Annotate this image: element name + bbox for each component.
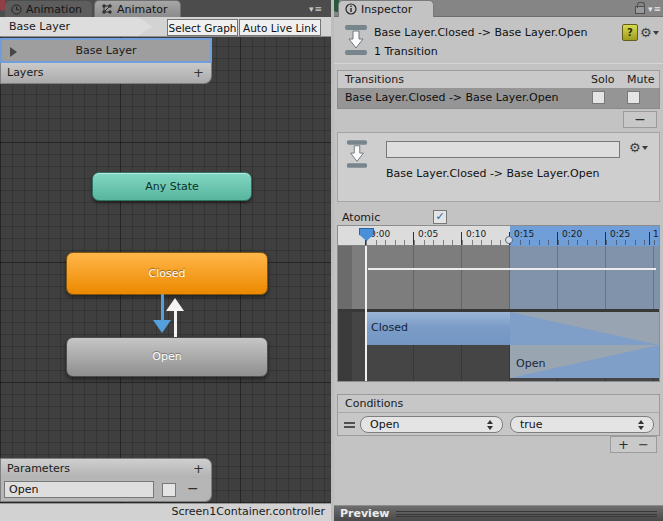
tick-label: 0:05 [418, 229, 438, 239]
mute-checkbox[interactable] [627, 91, 640, 104]
preview-bar[interactable]: Preview [334, 505, 663, 521]
transition-icon-small [346, 139, 368, 169]
tab-inspector-label: Inspector [361, 3, 412, 16]
tick-label: 0:15 [514, 229, 534, 239]
transition-list-row[interactable]: Base Layer.Closed -> Base Layer.Open [337, 88, 660, 109]
add-layer-button[interactable]: + [193, 63, 204, 82]
transition-row-label: Base Layer.Closed -> Base Layer.Open [345, 88, 558, 107]
transition-detail-label: Base Layer.Closed -> Base Layer.Open [386, 167, 599, 180]
major-tick [649, 232, 650, 245]
tab-inspector[interactable]: Inspector [338, 0, 434, 17]
tick-label: 1 [653, 229, 659, 239]
controller-status-bar: Screen1Container.controller [0, 503, 331, 521]
parameter-bool-checkbox[interactable] [162, 483, 176, 497]
tick-label: 0:25 [610, 229, 630, 239]
conditions-divider [338, 412, 659, 413]
closed-clip-label: Closed [371, 321, 408, 334]
layers-header: Layers + [0, 63, 212, 84]
layer-item-base-layer[interactable]: Base Layer [0, 38, 212, 63]
condition-parameter-dropdown[interactable]: Open [360, 416, 503, 433]
open-clip-label: Open [516, 357, 545, 370]
inspector-panel: Inspector ▾≡ Base Layer.Closed -> Base L… [334, 0, 663, 521]
timeline-ruler[interactable]: 0:00 0:05 0:10 0:15 0:20 0:25 1 [338, 226, 659, 246]
layer-item-label: Base Layer [2, 40, 210, 61]
select-graph-button[interactable]: Select Graph [167, 19, 238, 36]
auto-live-link-button[interactable]: Auto Live Link [239, 19, 321, 36]
open-clip-row[interactable]: Open [338, 345, 659, 378]
transition-arrowhead-down-icon[interactable] [153, 320, 171, 333]
blend-weight-line [368, 268, 656, 270]
timeline-body[interactable]: Closed Open [338, 246, 659, 381]
tab-animator[interactable]: Animator [94, 0, 181, 17]
state-node-any-state[interactable]: Any State [92, 172, 252, 201]
detail-gear-icon[interactable]: ⚙ [629, 141, 648, 154]
transition-icon [344, 24, 368, 56]
solo-column-label: Solo [591, 71, 615, 88]
major-tick [461, 232, 462, 245]
dropdown-arrows-icon [487, 420, 494, 430]
header-divider [334, 63, 663, 64]
transition-arrow-closed-to-open[interactable] [161, 294, 164, 322]
parameter-row: − [0, 478, 212, 502]
major-tick [413, 232, 414, 245]
state-node-closed[interactable]: Closed [66, 252, 268, 295]
help-book-icon[interactable]: ? [622, 24, 638, 41]
solo-checkbox[interactable] [592, 91, 605, 104]
clock-icon [11, 4, 22, 15]
add-parameter-button[interactable]: + [193, 459, 204, 478]
tick-label: 0:10 [466, 229, 486, 239]
tab-animation[interactable]: Animation [5, 1, 92, 17]
animator-state-machine-icon [101, 3, 113, 15]
transition-arrow-open-to-closed[interactable] [174, 311, 177, 337]
condition-drag-handle-icon[interactable] [344, 422, 355, 428]
condition-value: true [520, 418, 543, 431]
playhead-line[interactable] [365, 246, 367, 381]
tab-animator-label: Animator [117, 3, 168, 16]
transition-timeline[interactable]: 0:00 0:05 0:10 0:15 0:20 0:25 1 [337, 225, 660, 382]
major-tick [557, 232, 558, 245]
dropdown-arrows-icon [638, 420, 645, 430]
remove-transition-button[interactable]: − [623, 111, 657, 128]
transition-arrowhead-up-icon[interactable] [166, 298, 184, 311]
mute-column-label: Mute [627, 71, 655, 88]
parameters-header-label: Parameters [7, 459, 70, 478]
preview-label: Preview [340, 506, 390, 521]
transitions-list-header: Transitions Solo Mute [337, 70, 660, 89]
closed-clip-row[interactable]: Closed [338, 312, 659, 345]
condition-parameter-value: Open [370, 418, 399, 431]
atomic-label: Atomic [342, 211, 380, 224]
add-condition-button[interactable]: + [618, 437, 629, 452]
condition-add-remove-box: + − [610, 436, 657, 453]
parameters-header: Parameters + [0, 458, 212, 479]
transitions-title: Transitions [345, 71, 404, 88]
unity-editor: Animation Animator ▾≡ Base Layer Select … [0, 0, 663, 521]
blend-graph-transition-tint [510, 246, 659, 309]
tab-animation-label: Animation [26, 3, 82, 16]
parameter-name-field[interactable] [4, 481, 154, 498]
info-icon [345, 3, 357, 15]
breadcrumb-label: Base Layer [9, 20, 70, 33]
state-node-open[interactable]: Open [66, 337, 268, 377]
major-tick [605, 232, 606, 245]
layers-header-label: Layers [7, 63, 43, 82]
animator-panel: Animation Animator ▾≡ Base Layer Select … [0, 0, 331, 521]
gear-icon[interactable]: ⚙ [640, 26, 659, 39]
breadcrumb[interactable]: Base Layer [0, 17, 154, 36]
inspector-title: Base Layer.Closed -> Base Layer.Open [374, 26, 587, 39]
lock-icon[interactable] [635, 6, 645, 14]
conditions-box: Conditions Open true [337, 394, 660, 436]
inspector-subtitle: 1 Transition [374, 45, 438, 58]
inspector-menu-icon[interactable]: ▾≡ [648, 4, 662, 14]
transition-detail-box: ⚙ Base Layer.Closed -> Base Layer.Open [337, 132, 660, 202]
condition-value-dropdown[interactable]: true [510, 416, 654, 433]
remove-condition-button[interactable]: − [638, 437, 649, 452]
transition-start-handle[interactable] [505, 236, 513, 244]
conditions-title: Conditions [345, 396, 403, 412]
remove-parameter-button[interactable]: − [187, 480, 199, 496]
preview-drag-handle-icon[interactable] [396, 511, 657, 517]
transition-name-field[interactable] [386, 141, 620, 158]
atomic-checkbox[interactable]: ✓ [433, 210, 447, 224]
tick-label: 0:20 [562, 229, 582, 239]
panel-menu-icon[interactable]: ▾≡ [309, 4, 323, 14]
closed-fade-out[interactable] [510, 312, 659, 345]
